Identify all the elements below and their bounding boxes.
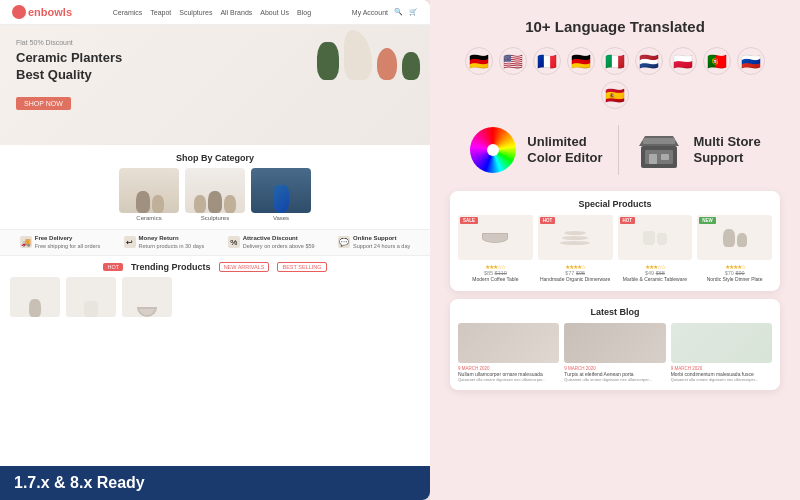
category-img-1 (119, 168, 179, 213)
sp-badge-new-4: NEW (699, 217, 716, 224)
nav-blog[interactable]: Blog (297, 9, 311, 16)
flag-es: 🇪🇸 (601, 81, 629, 109)
feature-delivery: 🚚 Free Delivery Free shipping for all or… (20, 235, 100, 250)
sp-item-1[interactable]: SALE ★★★☆☆ $85 $110 Modern Coffee Table (458, 215, 533, 283)
trending-badge-hot: HOT (103, 263, 123, 271)
blog-excerpt-1: Quisamet ulla ornare dignissim nec ullam… (458, 377, 559, 382)
mini-vase-cat1 (136, 191, 150, 213)
blog-img-2 (564, 323, 665, 363)
sp-item-2[interactable]: HOT ★★★★☆ $77 $95 Handmade Organic Dinne… (538, 215, 613, 283)
blog-panel: Latest Blog 9 MARCH 2020 Nullam ullamcor… (450, 299, 780, 391)
sp-badge-hot-3: HOT (620, 217, 636, 224)
trend-product-3[interactable] (122, 277, 172, 317)
nav-sculptures[interactable]: Sculptures (179, 9, 212, 16)
feature-delivery-text: Free Delivery Free shipping for all orde… (35, 235, 100, 250)
sp-name-2: Handmade Organic Dinnerware (538, 276, 613, 283)
sp-stars-1: ★★★☆☆ (458, 263, 533, 270)
multi-store-text: Multi StoreSupport (693, 134, 760, 165)
blog-img-3 (671, 323, 772, 363)
svg-rect-4 (643, 138, 675, 144)
logo-icon (12, 5, 26, 19)
search-icon[interactable]: 🔍 (394, 8, 403, 16)
category-img-2 (185, 168, 245, 213)
store-icon (635, 126, 683, 174)
blog-item-1[interactable]: 9 MARCH 2020 Nullam ullamcorper ornare m… (458, 323, 559, 383)
nav-aboutus[interactable]: About Us (260, 9, 289, 16)
special-products-panel: Special Products SALE ★★★☆☆ $85 $110 Mod… (450, 191, 780, 291)
sp-img-1: SALE (458, 215, 533, 260)
multi-store-box: Multi StoreSupport (635, 126, 760, 174)
nav-links: Ceramics Teapot Sculptures All Brands Ab… (113, 9, 311, 16)
trending-section: HOT Trending Products NEW ARRIVALS BEST … (0, 256, 430, 323)
sp-badge-hot-2: HOT (540, 217, 556, 224)
cart-icon[interactable]: 🛒 (409, 8, 418, 16)
feature-return-text: Money Return Return products in 30 days (139, 235, 205, 250)
category-item-2[interactable]: Sculptures (185, 168, 245, 221)
mini-vase-cat2c (224, 195, 236, 213)
sp-stars-3: ★★★☆☆ (618, 263, 693, 270)
store-icon-svg (637, 128, 681, 172)
mini-vase2-cat1 (152, 195, 164, 213)
sp-badge-sale-1: SALE (460, 217, 478, 224)
left-panel: enbowls Ceramics Teapot Sculptures All B… (0, 0, 430, 500)
trend-product-1[interactable] (10, 277, 60, 317)
sp-img-2: HOT (538, 215, 613, 260)
category-item-1[interactable]: Ceramics (119, 168, 179, 221)
sp-stars-2: ★★★★☆ (538, 263, 613, 270)
multi-store-title: Multi StoreSupport (693, 134, 760, 165)
sp-stars-4: ★★★★☆ (697, 263, 772, 270)
feature-boxes: UnlimitedColor Editor Multi StoreSupport (469, 125, 760, 175)
hero-text: Flat 50% Discount Ceramic Planters Best … (16, 39, 414, 110)
svg-rect-2 (649, 154, 657, 164)
sp-img-3: HOT (618, 215, 693, 260)
flag-it: 🇮🇹 (601, 47, 629, 75)
feature-divider (618, 125, 619, 175)
flag-nl: 🇳🇱 (635, 47, 663, 75)
bottom-bar-text: 1.7.x & 8.x Ready (14, 474, 145, 492)
trend-product-2[interactable] (66, 277, 116, 317)
mini-vase-cat3 (273, 185, 289, 213)
sp-product-img-1 (482, 233, 508, 243)
sp-item-3[interactable]: HOT ★★★☆☆ $49 $68 Marble & Ceramic Table… (618, 215, 693, 283)
color-wheel-icon (469, 126, 517, 174)
trend-vase-1 (29, 299, 41, 317)
sp-grid: SALE ★★★☆☆ $85 $110 Modern Coffee Table … (458, 215, 772, 283)
feature-support: 💬 Online Support Support 24 hours a day (338, 235, 410, 250)
nav-allbrands[interactable]: All Brands (220, 9, 252, 16)
discount-icon: % (228, 236, 240, 248)
feature-discount: % Attractive Discount Delivery on orders… (228, 235, 315, 250)
right-panel: 10+ Language Translated 🇩🇪 🇺🇸 🇫🇷 🇩🇪 🇮🇹 🇳… (430, 0, 800, 500)
sp-product-img-4 (723, 229, 747, 247)
trend-img-3 (122, 277, 172, 317)
blog-excerpt-3: Quisamet ulla ornare dignissim nec ullam… (671, 377, 772, 382)
my-account-link[interactable]: My Account (352, 9, 388, 16)
hero-cta-button[interactable]: SHOP NOW (16, 97, 71, 110)
color-editor-text: UnlimitedColor Editor (527, 134, 602, 165)
trending-header: HOT Trending Products NEW ARRIVALS BEST … (10, 262, 420, 272)
hero-title: Ceramic Planters Best Quality (16, 50, 414, 84)
blog-item-3[interactable]: 9 MARCH 2020 Morbi condimentum malesuada… (671, 323, 772, 383)
sp-img-4: NEW (697, 215, 772, 260)
logo-text: enbowls (28, 6, 72, 18)
hero-discount: Flat 50% Discount (16, 39, 414, 46)
trend-cup-2 (84, 301, 98, 317)
site-logo: enbowls (12, 5, 72, 19)
delivery-icon: 🚚 (20, 236, 32, 248)
sp-item-4[interactable]: NEW ★★★★☆ $70 $90 Nordic Style Dinner Pl… (697, 215, 772, 283)
flag-fr: 🇫🇷 (533, 47, 561, 75)
color-editor-title: UnlimitedColor Editor (527, 134, 602, 165)
blog-item-2[interactable]: 9 MARCH 2020 Turpis at eleifend Aenean p… (564, 323, 665, 383)
blog-excerpt-2: Quisamet ulla ornare dignissim nec ullam… (564, 377, 665, 382)
nav-ceramics[interactable]: Ceramics (113, 9, 143, 16)
flag-de: 🇩🇪 (465, 47, 493, 75)
language-title: 10+ Language Translated (525, 18, 705, 35)
nav-right: My Account 🔍 🛒 (352, 8, 418, 16)
feature-discount-text: Attractive Discount Delivery on orders a… (243, 235, 315, 250)
nav-teapot[interactable]: Teapot (150, 9, 171, 16)
features-strip: 🚚 Free Delivery Free shipping for all or… (0, 229, 430, 256)
return-icon: ↩ (124, 236, 136, 248)
trending-badge-best: BEST SELLING (277, 262, 326, 272)
hero-section: Flat 50% Discount Ceramic Planters Best … (0, 25, 430, 145)
feature-support-text: Online Support Support 24 hours a day (353, 235, 410, 250)
category-item-3[interactable]: Vases (251, 168, 311, 221)
